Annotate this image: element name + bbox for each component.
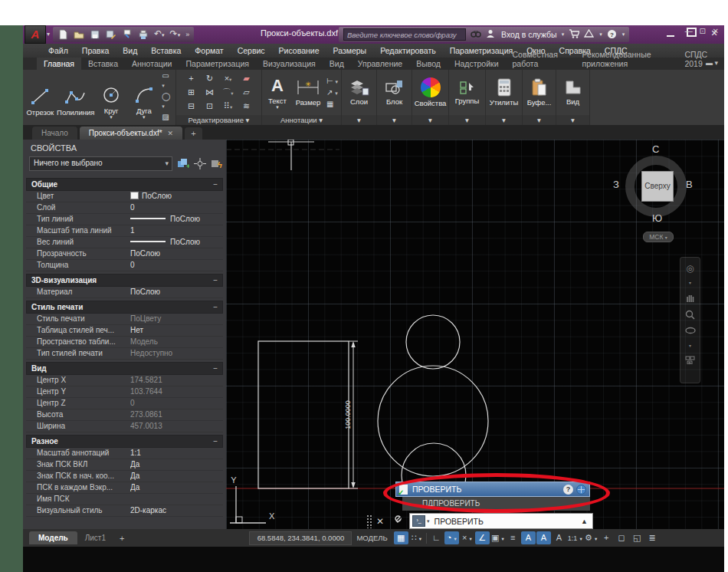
- explode-icon[interactable]: ▱: [238, 86, 256, 100]
- erase-icon[interactable]: ▰: [238, 72, 256, 86]
- collapse-icon[interactable]: −: [213, 363, 218, 374]
- ribbon-tab-6[interactable]: Управление: [351, 58, 409, 70]
- selection-dropdown-arrow-icon[interactable]: ▾: [165, 157, 172, 170]
- stretch-icon[interactable]: ⊟: [182, 100, 201, 113]
- polyline-button[interactable]: Полилиния: [58, 87, 93, 117]
- ribbon-tab-0[interactable]: Главная: [37, 58, 81, 70]
- property-row[interactable]: Тип линийПоСлою: [26, 214, 223, 225]
- property-row[interactable]: Вес линийПоСлою: [26, 237, 223, 248]
- status-menu-icon[interactable]: ≣: [645, 531, 660, 544]
- isolate-objects-icon[interactable]: ◻: [615, 531, 629, 544]
- property-value[interactable]: 103.7644: [130, 386, 223, 397]
- layers-button[interactable]: Слои: [344, 79, 374, 106]
- property-value[interactable]: 174.5821: [130, 375, 223, 386]
- property-value[interactable]: ПоСлою: [130, 214, 223, 225]
- circle-dropdown-icon[interactable]: ▾: [110, 115, 113, 119]
- ribbon-tab-4[interactable]: Визуализация: [256, 58, 323, 70]
- command-grip-handle[interactable]: [366, 514, 372, 528]
- property-value[interactable]: Да: [130, 482, 223, 493]
- move-icon[interactable]: +: [182, 72, 201, 86]
- menu-6[interactable]: Рисование: [272, 46, 326, 55]
- dimension-style-icon[interactable]: ⊢ ▾: [326, 77, 338, 87]
- annotation-autoscale-icon[interactable]: А: [536, 531, 551, 544]
- plot-icon[interactable]: [122, 29, 133, 40]
- property-value[interactable]: 0: [130, 260, 223, 271]
- property-row[interactable]: МатериалПоСлою: [26, 287, 223, 298]
- menu-7[interactable]: Размеры: [326, 46, 374, 55]
- object-snap-3d-icon[interactable]: ▣ ▾: [490, 531, 505, 544]
- menu-4[interactable]: Формат: [188, 46, 230, 55]
- ribbon-tab-9[interactable]: Совместная работа: [506, 48, 576, 70]
- viewcube-east[interactable]: В: [686, 179, 693, 190]
- property-row[interactable]: Знак ПСК в нач. коо...Да: [26, 471, 223, 482]
- space-label[interactable]: МОДЕЛЬ: [356, 534, 387, 542]
- property-value[interactable]: Недоступно: [130, 348, 223, 359]
- rotate-icon[interactable]: ↻: [201, 72, 219, 86]
- new-layout-tab[interactable]: +: [113, 532, 130, 544]
- annotation-visibility-icon[interactable]: А: [521, 531, 536, 544]
- grid-display-icon[interactable]: ▦: [394, 531, 408, 544]
- ribbon-tab-3[interactable]: Параметризация: [179, 58, 257, 70]
- new-file-tab-button[interactable]: +: [185, 127, 202, 140]
- showmotion-icon[interactable]: [685, 356, 695, 366]
- command-close-icon[interactable]: ✕: [376, 516, 384, 527]
- fillet-icon[interactable]: ⌒▾: [219, 86, 238, 100]
- arc-dropdown-icon[interactable]: ▾: [143, 115, 146, 119]
- open-file-icon[interactable]: [74, 29, 84, 40]
- select-objects-icon[interactable]: [194, 158, 206, 170]
- ortho-mode-icon[interactable]: ∟: [429, 531, 444, 544]
- property-value[interactable]: Да: [130, 471, 223, 482]
- panel-label-annotation[interactable]: Аннотации ▾: [262, 115, 341, 125]
- annotation-scale-icon-icon[interactable]: А: [552, 531, 566, 544]
- property-row[interactable]: ПСК в каждом Вэкр...Да: [26, 482, 223, 494]
- arc-button[interactable]: Дуга ▾: [130, 85, 159, 119]
- view-button[interactable]: Вид: [559, 79, 587, 106]
- array-icon[interactable]: ⠿▾: [219, 100, 238, 113]
- panel-arrow-utilities[interactable]: ▾: [486, 115, 522, 125]
- panel-arrow-clipboard[interactable]: ▾: [523, 115, 556, 125]
- panel-arrow-layers[interactable]: ▾: [342, 115, 376, 125]
- command-recent-arrow-icon[interactable]: ▾: [427, 518, 430, 524]
- property-value[interactable]: Да: [130, 459, 223, 470]
- property-value[interactable]: 2D-каркас: [130, 505, 223, 516]
- orbit-arrow-icon[interactable]: ▾: [689, 341, 691, 350]
- ribbon-tab-8[interactable]: Надстройки: [448, 58, 506, 70]
- property-row[interactable]: Имя ПСК: [26, 494, 223, 505]
- property-value[interactable]: ПоСлою: [130, 287, 223, 298]
- scale-icon[interactable]: ⊡: [201, 100, 219, 113]
- redo-icon[interactable]: ↷▾: [170, 28, 181, 41]
- property-value[interactable]: 1:1: [130, 448, 223, 459]
- property-row[interactable]: Центр Z0: [26, 398, 223, 409]
- section-header-4[interactable]: Разное−: [26, 435, 223, 448]
- polar-tracking-icon[interactable]: ◔ ▾: [444, 531, 459, 544]
- property-value[interactable]: [130, 494, 223, 505]
- save-icon[interactable]: [90, 29, 100, 40]
- annotation-scale[interactable]: 1:1 ▾: [567, 531, 583, 544]
- menu-2[interactable]: Вид: [116, 46, 144, 55]
- property-value[interactable]: Нет: [130, 325, 223, 336]
- cart-icon[interactable]: [569, 29, 579, 40]
- property-row[interactable]: Высота273.0861: [26, 409, 223, 421]
- block-button[interactable]: Блок: [379, 79, 409, 106]
- property-value[interactable]: ПоСлою: [130, 237, 223, 248]
- menu-3[interactable]: Вставка: [144, 46, 188, 55]
- workspace-gear-icon[interactable]: ⚙ ▾: [584, 531, 598, 544]
- clipboard-button[interactable]: Буфе...: [525, 78, 553, 107]
- file-tab-1[interactable]: Прокси-объекты.dxf*✕: [80, 127, 182, 140]
- properties-button[interactable]: Свойства: [415, 77, 447, 107]
- property-row[interactable]: Визуальный стиль2D-каркас: [26, 505, 223, 517]
- property-value[interactable]: 457.0013: [130, 421, 223, 432]
- section-header-3[interactable]: Вид−: [26, 362, 223, 375]
- property-value[interactable]: 0: [130, 398, 223, 409]
- property-row[interactable]: Ширина457.0013: [26, 421, 223, 432]
- ribbon-tab-1[interactable]: Вставка: [81, 58, 125, 70]
- property-value[interactable]: ПоСлою: [130, 191, 223, 202]
- model-tab[interactable]: Модель: [29, 531, 77, 544]
- property-row[interactable]: Таблица стилей печ...Нет: [26, 325, 223, 337]
- command-expand-icon[interactable]: ▲: [581, 518, 588, 525]
- viewcube-top-face[interactable]: Сверху: [641, 171, 674, 202]
- menu-5[interactable]: Сервис: [231, 46, 272, 55]
- property-row[interactable]: Тип стилей печатиНедоступно: [26, 348, 223, 360]
- toggle-pickadd-icon[interactable]: +: [177, 158, 189, 170]
- property-row[interactable]: Знак ПСК ВКЛДа: [26, 459, 223, 471]
